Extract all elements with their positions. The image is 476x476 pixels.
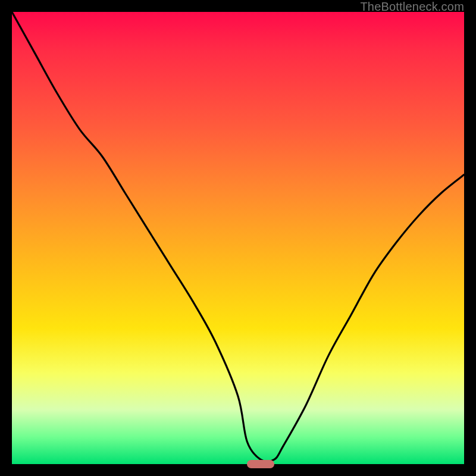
chart-frame: TheBottleneck.com — [0, 0, 476, 476]
bottleneck-curve — [12, 12, 464, 462]
plot-area — [12, 12, 464, 464]
optimal-range-marker — [247, 460, 274, 468]
curve-svg — [12, 12, 464, 464]
